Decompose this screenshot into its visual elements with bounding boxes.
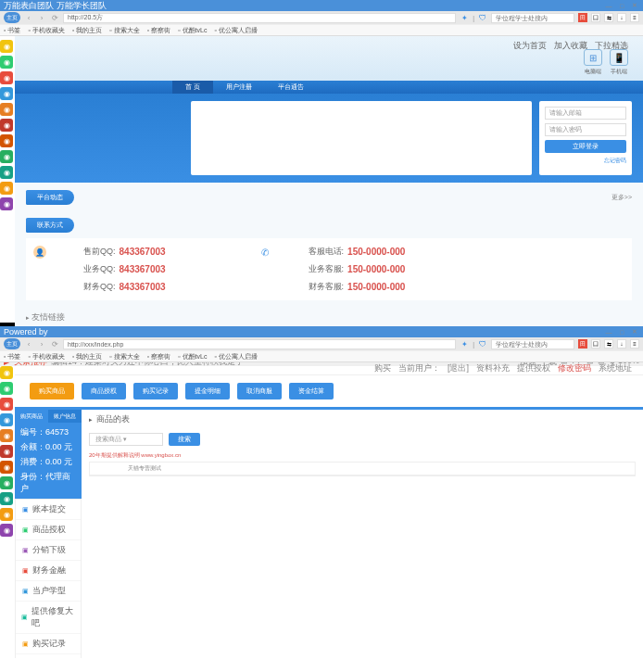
max-icon[interactable]: □ — [617, 2, 626, 9]
action-button[interactable]: 资金结算 — [289, 383, 334, 399]
tab-home[interactable]: 主页 — [4, 338, 20, 349]
min-icon[interactable]: — — [604, 2, 613, 9]
back-icon[interactable]: ‹ — [24, 13, 33, 22]
app-icon[interactable]: ◉ — [0, 413, 13, 426]
reload-icon[interactable]: ⟳ — [50, 13, 59, 22]
box-icon[interactable]: 田 — [578, 13, 587, 22]
product-search-button[interactable]: 搜索 — [169, 433, 200, 446]
action-button[interactable]: 购买商品 — [30, 383, 74, 399]
nav-item[interactable]: 平台通告 — [265, 81, 317, 94]
bookmark-item[interactable]: ▫ 我的主页 — [72, 352, 102, 361]
nav-item[interactable]: 首 页 — [172, 81, 213, 94]
search-input[interactable] — [491, 13, 574, 23]
ext2-icon[interactable]: ⇆ — [604, 13, 613, 22]
app-icon[interactable]: ◉ — [0, 56, 13, 69]
bookmark-item[interactable]: ▫ 书签 — [4, 352, 20, 361]
bookmark-item[interactable]: ▫ 优酷tvLc — [178, 26, 207, 35]
reload-icon[interactable]: ⟳ — [50, 339, 59, 349]
device-option[interactable]: 📱手机端 — [610, 49, 628, 76]
menu-item[interactable]: ▣当户学型 — [16, 581, 81, 602]
app-icon[interactable]: ◉ — [0, 476, 13, 489]
topnav-link[interactable]: 系统地址 — [599, 362, 632, 374]
menu-icon[interactable]: ≡ — [630, 13, 639, 22]
star-icon[interactable]: ✦ — [460, 13, 469, 22]
close-icon[interactable]: ✕ — [630, 2, 639, 9]
bookmark-item[interactable]: ▫ 察察街 — [147, 352, 170, 361]
app-icon[interactable]: ◉ — [0, 103, 13, 116]
action-button[interactable]: 取消商服 — [237, 383, 282, 399]
max-icon[interactable]: □ — [617, 328, 626, 336]
fwd-icon[interactable]: › — [37, 13, 46, 22]
bookmark-item[interactable]: ▫ 优公寓人启播 — [214, 352, 257, 361]
close-icon[interactable]: ✕ — [630, 328, 639, 336]
bookmark-item[interactable]: ▫ 手机收藏夹 — [28, 352, 64, 361]
app-icon[interactable]: ◉ — [0, 429, 13, 442]
url-input[interactable] — [63, 13, 456, 23]
topnav-link[interactable]: 资料补充 — [476, 362, 510, 374]
panel-tab-account[interactable]: 账户信息 — [48, 410, 82, 423]
search-input[interactable] — [491, 339, 574, 349]
table-row[interactable]: 天猫专营测试 — [90, 463, 635, 475]
email-field[interactable]: 请输入邮箱 — [545, 107, 626, 120]
menu-item[interactable]: ▣分销下级 — [16, 540, 81, 561]
action-button[interactable]: 商品授权 — [82, 383, 126, 399]
nav-item[interactable]: 用户注册 — [213, 81, 265, 94]
app-icon[interactable]: ◉ — [0, 71, 13, 84]
menu-item[interactable]: ▣商品授权 — [16, 520, 81, 540]
star-icon[interactable]: ✦ — [460, 339, 469, 349]
bookmark-item[interactable]: ▫ 手机收藏夹 — [28, 26, 64, 35]
app-icon[interactable]: ◉ — [0, 398, 13, 411]
bookmark-item[interactable]: ▫ 察察街 — [147, 26, 170, 35]
panel-tab-buy[interactable]: 购买商品 — [15, 410, 48, 423]
menu-item[interactable]: ▣客服中心 — [16, 654, 81, 658]
topnav-link[interactable]: 购买 — [374, 362, 391, 374]
app-icon[interactable]: ◉ — [0, 87, 13, 100]
topnav-link[interactable]: 提供授权 — [517, 362, 550, 374]
ext3-icon[interactable]: ↓ — [617, 339, 626, 349]
bookmark-item[interactable]: ▫ 书签 — [4, 26, 20, 35]
ext3-icon[interactable]: ↓ — [617, 13, 626, 22]
menu-item[interactable]: ▣账本提交 — [16, 500, 81, 520]
app-icon[interactable]: ◉ — [0, 508, 13, 521]
top-link[interactable]: 加入收藏 — [554, 40, 587, 52]
forgot-link[interactable]: 忘记密码 — [545, 157, 626, 165]
fwd-icon[interactable]: › — [37, 339, 46, 349]
product-search-input[interactable]: 搜索商品 ▾ — [89, 433, 163, 446]
app-icon[interactable]: ◉ — [0, 382, 13, 395]
app-icon[interactable]: ◉ — [0, 197, 13, 210]
menu-item[interactable]: ▣财务金融 — [16, 561, 81, 581]
ext1-icon[interactable]: 囗 — [591, 339, 600, 349]
action-button[interactable]: 购买记录 — [133, 383, 178, 399]
menu-item[interactable]: ▣购买记录 — [16, 634, 81, 654]
app-icon[interactable]: ◉ — [0, 134, 13, 147]
app-icon[interactable]: ◉ — [0, 166, 13, 179]
bookmark-item[interactable]: ▫ 优公寓人启播 — [214, 26, 257, 35]
app-icon[interactable]: ◉ — [0, 445, 13, 458]
password-field[interactable]: 请输入密码 — [545, 123, 626, 136]
menu-icon[interactable]: ≡ — [630, 339, 639, 349]
device-option[interactable]: ⊞电脑端 — [584, 49, 602, 76]
topnav-link[interactable]: [退出] — [448, 362, 469, 374]
tab-home[interactable]: 主页 — [4, 12, 20, 23]
ext2-icon[interactable]: ⇆ — [604, 339, 613, 349]
back-icon[interactable]: ‹ — [24, 339, 33, 349]
login-button[interactable]: 立即登录 — [545, 140, 626, 153]
ext1-icon[interactable]: 囗 — [591, 13, 600, 22]
more-link[interactable]: 更多>> — [611, 193, 632, 202]
app-icon[interactable]: ◉ — [0, 182, 13, 195]
app-icon[interactable]: ◉ — [0, 150, 13, 163]
url-input[interactable] — [63, 339, 456, 349]
bookmark-item[interactable]: ▫ 搜索大全 — [109, 352, 139, 361]
app-icon[interactable]: ◉ — [0, 461, 13, 474]
shield-icon[interactable]: 🛡 — [478, 339, 487, 349]
menu-item[interactable]: ▣提供修复大吧 — [16, 602, 81, 634]
action-button[interactable]: 提金明细 — [185, 383, 230, 399]
app-icon[interactable]: ◉ — [0, 524, 13, 537]
app-icon[interactable]: ◉ — [0, 40, 13, 53]
top-link[interactable]: 设为首页 — [513, 40, 547, 52]
bookmark-item[interactable]: ▫ 搜索大全 — [109, 26, 139, 35]
app-icon[interactable]: ◉ — [0, 492, 13, 505]
topnav-link[interactable]: 修改密码 — [558, 362, 591, 374]
min-icon[interactable]: — — [604, 328, 613, 336]
bookmark-item[interactable]: ▫ 我的主页 — [72, 26, 102, 35]
